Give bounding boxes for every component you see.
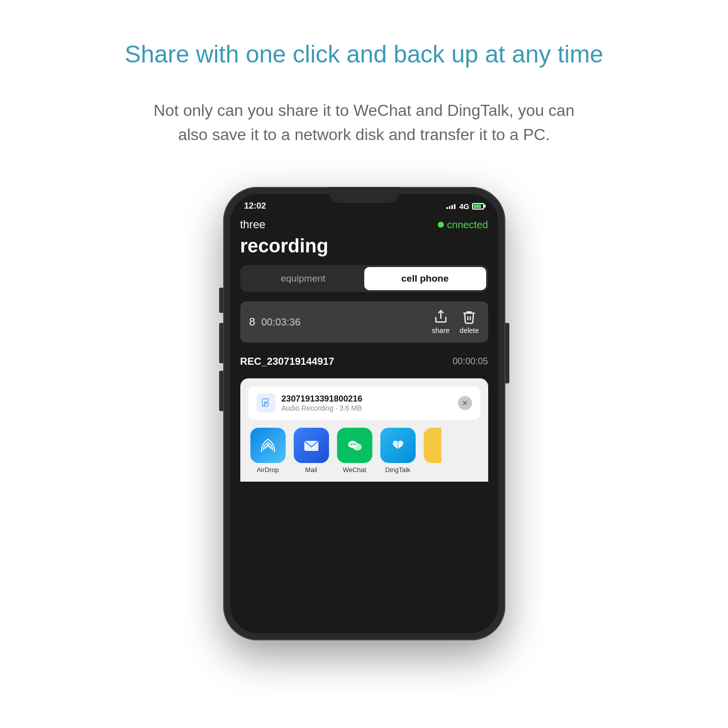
battery-icon [472,203,484,210]
signal-bar-1 [446,207,448,209]
file-name: 23071913391800216 [282,394,363,404]
volume-down-button[interactable] [219,371,223,411]
volume-up-button[interactable] [219,323,223,363]
status-icons: 4G [446,202,484,211]
delete-icon [461,309,477,324]
wechat-icon [337,428,372,463]
app-content: three cnnected recording equipment cell … [230,214,498,482]
phone-screen: 12:02 4G [230,194,498,633]
rec-duration: 00:03:36 [261,316,301,328]
dingtalk-icon [380,428,416,463]
recording-actions: share delete [432,309,479,335]
status-time: 12:02 [244,201,266,211]
battery-fill [474,205,481,208]
signal-icon [446,203,455,209]
rec-name: REC_230719144917 [240,356,335,367]
signal-bar-4 [454,204,455,209]
share-file-info: 23071913391800216 Audio Recording · 3.6 … [256,393,363,413]
partial-icon [424,428,441,463]
recording-item: 8 00:03:36 share [240,301,488,343]
share-app-partial: ... [424,428,441,474]
app-header: three cnnected [240,218,488,231]
signal-bar-2 [449,206,450,209]
share-icon [433,309,448,324]
share-sheet: 23071913391800216 Audio Recording · 3.6 … [240,378,488,482]
page-wrapper: Share with one click and back up at any … [0,0,728,728]
file-meta: Audio Recording · 3.6 MB [282,404,363,412]
share-button[interactable]: share [432,309,449,335]
power-button[interactable] [505,323,509,383]
share-label: share [432,326,449,335]
svg-point-8 [352,444,354,445]
recording-info: 8 00:03:36 [249,315,301,328]
dingtalk-svg [388,435,408,455]
toggle-equipment[interactable]: equipment [242,267,364,290]
rec-time-2: 00:00:05 [452,356,488,367]
rec-number: 8 [249,315,255,328]
recording-title: recording [240,235,488,257]
connected-text: cnnected [447,219,488,231]
share-app-mail[interactable]: Mail [294,428,329,474]
phone-mockup: 12:02 4G [223,187,505,640]
headline: Share with one click and back up at any … [125,40,604,68]
svg-point-6 [353,443,362,450]
mute-button[interactable] [219,288,223,313]
notch [329,187,400,203]
signal-bar-3 [451,205,453,209]
dingtalk-label: DingTalk [385,466,411,474]
delete-label: delete [459,326,479,335]
svg-point-9 [354,444,356,445]
wechat-label: WeChat [343,466,366,474]
mail-icon [294,428,329,463]
airdrop-icon [250,428,286,463]
file-details: 23071913391800216 Audio Recording · 3.6 … [282,394,363,412]
share-app-dingtalk[interactable]: DingTalk [380,428,416,474]
mail-label: Mail [305,466,317,474]
share-close-button[interactable]: ✕ [458,396,472,410]
toggle-phone[interactable]: cell phone [364,267,486,290]
wechat-svg [345,435,365,455]
svg-point-7 [350,444,352,445]
share-icons-row: AirDrop Mail [248,428,480,474]
app-label: three [240,218,266,231]
audio-file-icon [261,398,271,408]
subtitle: Not only can you share it to WeChat and … [138,98,591,147]
delete-button[interactable]: delete [459,309,479,335]
share-file-row: 23071913391800216 Audio Recording · 3.6 … [248,386,480,420]
airdrop-label: AirDrop [256,466,279,474]
recording-row-2: REC_230719144917 00:00:05 [240,351,488,372]
share-app-wechat[interactable]: WeChat [337,428,372,474]
network-type: 4G [459,202,469,211]
mail-svg [301,435,321,455]
file-icon [256,393,276,413]
airdrop-svg [258,435,278,455]
share-app-airdrop[interactable]: AirDrop [250,428,286,474]
toggle-row: equipment cell phone [240,265,488,292]
connected-dot [438,222,444,228]
phone-outer: 12:02 4G [223,187,505,640]
connected-badge: cnnected [438,219,488,231]
